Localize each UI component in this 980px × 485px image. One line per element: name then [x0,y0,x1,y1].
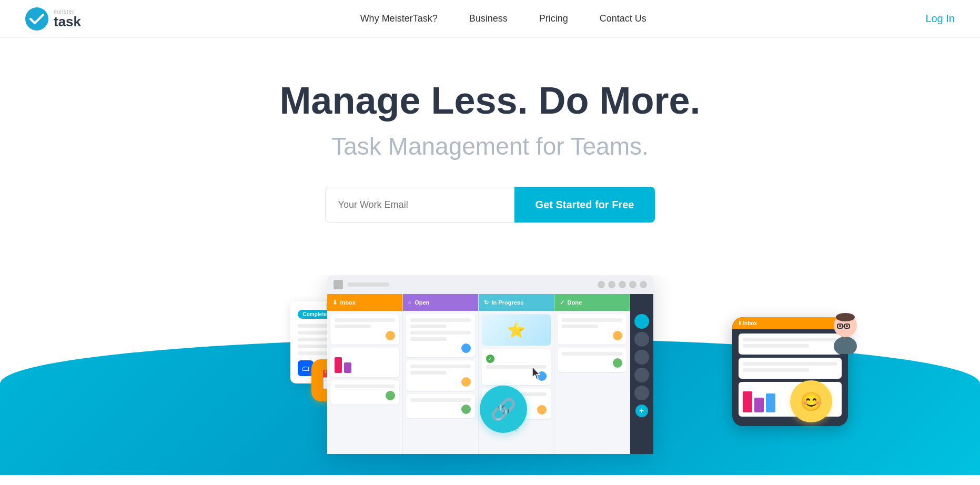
topbar-icon-4 [629,281,637,288]
home-icon [334,280,343,289]
col-inbox-header: ⬇ Inbox [327,294,402,311]
sidebar-dot [634,368,649,382]
mobile-card [739,334,842,355]
nav-business[interactable]: Business [469,13,508,24]
logo-text: meister task [54,9,81,28]
nav-contact[interactable]: Contact Us [600,13,646,24]
kanban-topbar [327,275,653,294]
col-inprogress-header: ↻ In Progress [479,294,554,311]
svg-point-11 [834,337,857,354]
kanban-card [330,314,399,345]
logo-icon [25,7,48,31]
col-open-header: ○ Open [403,294,478,311]
avatar [461,343,471,353]
nav-links: Why MeisterTask? Business Pricing Contac… [360,13,646,24]
hero-subtitle: Task Management for Teams. [11,132,969,160]
navbar: meister task Why MeisterTask? Business P… [0,0,980,38]
topbar-title [347,282,389,287]
kanban-card [406,360,475,391]
col-done: ✓ Done [554,294,630,454]
kanban-columns: ⬇ Inbox [327,294,653,454]
topbar-icon-5 [640,281,647,288]
topbar-icon-3 [619,281,626,288]
kanban-card [330,348,399,377]
avatar [461,377,471,387]
hero-section: Manage Less. Do More. Task Management fo… [0,38,980,275]
col-inprogress: ↻ In Progress ⭐ ✓ [479,294,554,454]
avatar [613,331,622,340]
hero-title: Manage Less. Do More. [11,80,969,122]
mini-chart [335,352,395,373]
login-link[interactable]: Log In [925,13,955,25]
kanban-sidebar: + [630,294,653,454]
topbar-icon-2 [608,281,615,288]
avatar [386,391,395,400]
sidebar-dot [634,314,649,329]
kanban-card [558,348,627,372]
svg-point-18 [846,325,848,327]
image-card: ⭐ [482,314,551,346]
nav-pricing[interactable]: Pricing [539,13,568,24]
signup-form: Get Started for Free [11,187,969,223]
sidebar-dot [634,350,649,365]
kanban-card [558,314,627,345]
sidebar-dot [634,332,649,347]
emoji-icon: 😊 [790,380,832,422]
kanban-card [406,314,475,357]
avatar [537,405,547,415]
cta-button[interactable]: Get Started for Free [514,187,655,223]
kanban-card [406,394,475,418]
mobile-card [739,358,842,379]
topbar-icon-1 [598,281,605,288]
svg-point-17 [839,325,841,327]
col-open: ○ Open [403,294,479,454]
svg-point-0 [25,7,48,31]
avatar [613,358,622,368]
nav-why[interactable]: Why MeisterTask? [360,13,438,24]
topbar-icons [598,281,647,288]
kanban-card [330,380,399,405]
link-icon: 🔗 [480,386,527,433]
col-done-header: ✓ Done [554,294,630,311]
avatar [386,331,395,340]
col-inbox: ⬇ Inbox [327,294,403,454]
avatar [461,405,471,414]
preview-area: Complete 🗃 💎 + [0,275,980,475]
sidebar-add[interactable]: + [630,405,653,417]
cursor-icon [532,367,543,380]
logo-link[interactable]: meister task [25,7,81,31]
svg-marker-10 [532,367,540,379]
email-input[interactable] [325,187,514,223]
svg-point-13 [836,313,855,321]
sidebar-dot [634,386,649,400]
avatar-man [827,307,864,354]
